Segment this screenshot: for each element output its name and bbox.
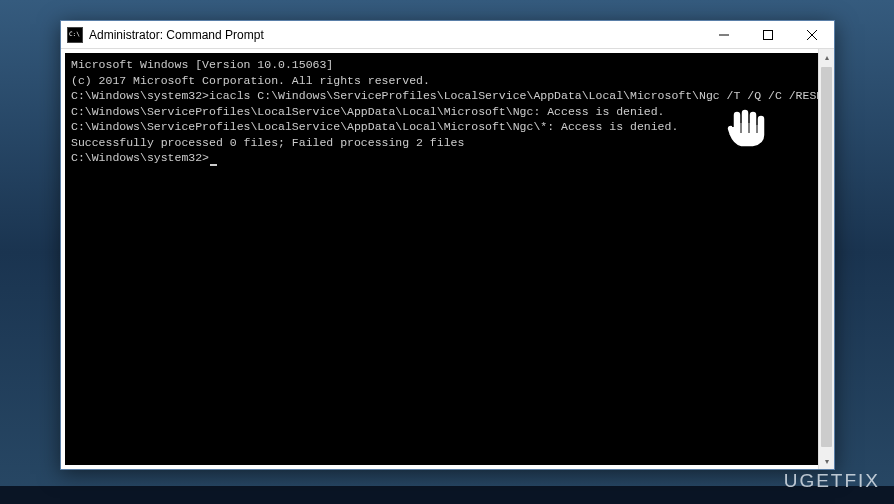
output-line: C:\Windows\system32>icacls C:\Windows\Se…: [71, 88, 824, 104]
scroll-up-button[interactable]: ▴: [819, 49, 834, 65]
scrollbar[interactable]: ▴ ▾: [818, 49, 834, 469]
scroll-down-button[interactable]: ▾: [819, 453, 834, 469]
output-line: C:\Windows\ServiceProfiles\LocalService\…: [71, 104, 824, 120]
command-prompt-window: Administrator: Command Prompt Microsoft …: [60, 20, 835, 470]
close-button[interactable]: [790, 21, 834, 48]
scroll-thumb[interactable]: [821, 67, 832, 447]
cursor-caret: [210, 164, 217, 166]
cmd-icon: [67, 27, 83, 43]
watermark-text: UGETFIX: [784, 470, 880, 492]
maximize-button[interactable]: [746, 21, 790, 48]
window-title: Administrator: Command Prompt: [89, 28, 702, 42]
svg-rect-1: [764, 30, 773, 39]
output-line: C:\Windows\ServiceProfiles\LocalService\…: [71, 119, 824, 135]
window-controls: [702, 21, 834, 48]
prompt-line: C:\Windows\system32>: [71, 150, 824, 166]
taskbar[interactable]: [0, 486, 894, 504]
titlebar[interactable]: Administrator: Command Prompt: [61, 21, 834, 49]
prompt-text: C:\Windows\system32>: [71, 151, 209, 164]
output-line: Microsoft Windows [Version 10.0.15063]: [71, 57, 824, 73]
minimize-button[interactable]: [702, 21, 746, 48]
pointer-hand-icon: [725, 105, 775, 150]
output-line: Successfully processed 0 files; Failed p…: [71, 135, 824, 151]
terminal-output[interactable]: Microsoft Windows [Version 10.0.15063] (…: [65, 53, 830, 465]
output-line: (c) 2017 Microsoft Corporation. All righ…: [71, 73, 824, 89]
